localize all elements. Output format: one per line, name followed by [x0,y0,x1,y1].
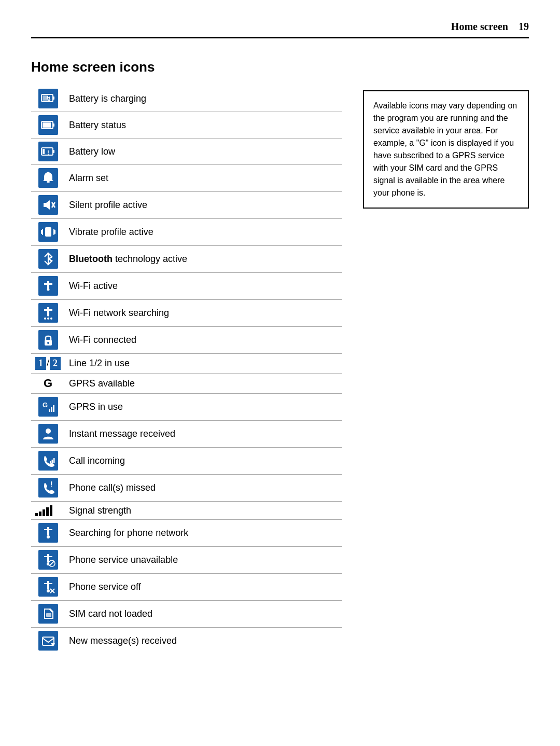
svg-point-56 [47,589,50,592]
svg-rect-39 [50,461,51,463]
svg-rect-47 [47,554,49,562]
list-item: Call incoming [31,448,342,475]
svg-marker-13 [44,200,50,210]
svg-rect-1 [53,96,54,100]
instant-message-label: Instant message received [65,421,342,448]
svg-rect-37 [53,405,54,412]
line12-icon: 1/2 [35,357,61,370]
svg-rect-35 [49,409,50,412]
svg-rect-9 [43,149,45,154]
wifi-searching-label: Wi-Fi network searching [65,300,342,327]
new-message-icon [38,631,58,651]
svg-rect-24 [44,283,52,285]
icon-cell [31,421,65,448]
alarm-set-label: Alarm set [65,165,342,192]
svg-rect-43 [47,527,49,535]
list-item: ! Phone call(s) missed [31,475,342,502]
service-unavailable-label: Phone service unavailable [65,547,342,574]
wifi-active-icon [38,276,58,296]
icon-cell [31,574,65,601]
line12-label: Line 1/2 in use [65,354,342,374]
svg-rect-16 [45,227,51,237]
svg-rect-11 [47,181,50,183]
svg-rect-6 [43,122,51,128]
svg-text:!: ! [47,149,49,156]
svg-rect-5 [53,123,54,127]
list-item: Silent profile active [31,192,342,219]
svg-point-29 [44,317,46,320]
icon-cell [31,273,65,300]
list-item: Instant message received [31,421,342,448]
icon-cell: G [31,394,65,421]
list-item: Wi-Fi connected [31,327,342,354]
call-missed-label: Phone call(s) missed [65,475,342,502]
gprs-available-label: GPRS available [65,374,342,394]
content-area: Home screen icons ↯ [31,59,529,654]
bluetooth-label: Bluetooth technology active [65,246,342,273]
battery-low-icon: ! [38,142,58,161]
svg-point-46 [47,535,50,538]
battery-status-label: Battery status [65,112,342,139]
svg-point-25 [47,288,49,291]
call-incoming-icon [38,451,58,471]
battery-low-label: Battery low [65,139,342,165]
battery-charging-label: Battery is charging [65,86,342,112]
svg-rect-41 [53,458,55,463]
icon-cell: ! [31,475,65,502]
svg-rect-36 [51,407,52,412]
list-item: Signal strength [31,502,342,520]
svg-rect-8 [53,150,54,153]
icon-cell [31,628,65,655]
svg-point-31 [50,317,52,320]
new-message-label: New message(s) received [65,628,342,655]
battery-charging-icon: ↯ [38,89,58,108]
icon-cell [31,520,65,547]
searching-network-label: Searching for phone network [65,520,342,547]
sidebar-note-text: Available icons may vary depending on th… [373,101,517,197]
gprs-in-use-icon: G [38,397,58,417]
list-item: Bluetooth technology active [31,246,342,273]
list-item: Wi-Fi network searching [31,300,342,327]
vibrate-profile-icon [38,222,58,242]
silent-profile-icon [38,195,58,215]
list-item: New message(s) received [31,628,342,655]
icon-cell [31,601,65,628]
wifi-connected-icon [38,330,58,350]
list-item: Battery status [31,112,342,139]
list-item: ↯ Battery is charging [31,86,342,112]
list-item: Phone service unavailable [31,547,342,574]
header-title: Home screen [451,21,508,33]
alarm-set-icon [38,168,58,188]
service-off-icon [38,577,58,597]
sidebar-note: Available icons may vary depending on th… [363,90,529,209]
sim-not-loaded-icon [38,604,58,624]
svg-text:G: G [43,401,48,409]
searching-network-icon [38,523,58,543]
page: Home screen 19 Home screen icons [0,0,560,746]
battery-status-icon [38,115,58,135]
list-item: ! Battery low [31,139,342,165]
page-number: 19 [519,21,529,33]
list-item: G GPRS in use [31,394,342,421]
svg-rect-27 [44,309,52,311]
wifi-searching-icon [38,303,58,323]
svg-point-12 [47,172,49,174]
svg-rect-59 [46,613,51,617]
svg-point-30 [47,317,49,320]
gprs-in-use-label: GPRS in use [65,394,342,421]
icon-cell [31,547,65,574]
icon-cell [31,246,65,273]
instant-message-icon [38,424,58,444]
svg-point-38 [46,429,51,434]
svg-rect-26 [47,307,49,315]
icon-cell: ! [31,139,65,165]
svg-rect-40 [51,460,53,463]
svg-point-28 [47,314,49,316]
icon-cell: ↯ [31,86,65,112]
icon-cell: 1/2 [31,354,65,374]
list-item: SIM card not loaded [31,601,342,628]
service-unavailable-icon [38,550,58,570]
icon-cell [31,192,65,219]
icon-cell [31,165,65,192]
silent-profile-label: Silent profile active [65,192,342,219]
